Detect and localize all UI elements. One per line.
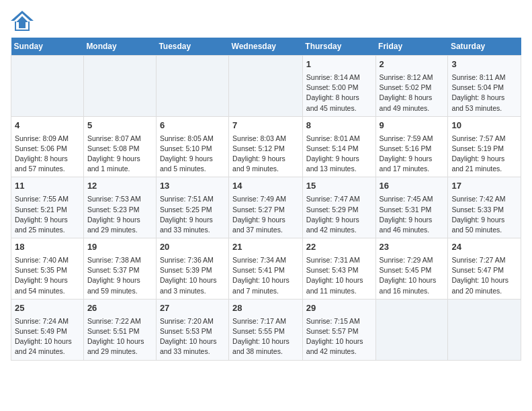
- day-number: 9: [380, 120, 445, 132]
- day-info: and 57 minutes.: [15, 164, 80, 174]
- weekday-header-wednesday: Wednesday: [229, 38, 303, 56]
- page-header: [11, 11, 521, 31]
- day-info: and 45 minutes.: [306, 103, 372, 113]
- day-info: and 5 minutes.: [160, 164, 225, 174]
- calendar-cell: 27Sunrise: 7:20 AMSunset: 5:53 PMDayligh…: [156, 299, 228, 360]
- day-info: Daylight: 9 hours: [87, 215, 152, 225]
- calendar-cell: 9Sunrise: 7:59 AMSunset: 5:16 PMDaylight…: [375, 116, 448, 177]
- day-info: and 29 minutes.: [87, 225, 152, 235]
- day-info: and 33 minutes.: [160, 225, 225, 235]
- day-number: 7: [232, 120, 299, 132]
- calendar-cell: 22Sunrise: 7:31 AMSunset: 5:43 PMDayligh…: [302, 238, 375, 300]
- day-info: and 21 minutes.: [451, 164, 517, 174]
- day-info: Sunset: 5:47 PM: [451, 265, 517, 275]
- day-number: 4: [15, 120, 80, 132]
- calendar-week-4: 18Sunrise: 7:40 AMSunset: 5:35 PMDayligh…: [11, 238, 521, 300]
- day-info: Sunset: 5:31 PM: [380, 205, 445, 215]
- day-info: Sunrise: 7:29 AM: [380, 255, 445, 265]
- calendar-cell: 4Sunrise: 8:09 AMSunset: 5:06 PMDaylight…: [11, 116, 84, 177]
- day-number: 11: [15, 180, 80, 193]
- day-info: and 16 minutes.: [380, 286, 445, 296]
- day-info: Sunset: 5:43 PM: [306, 265, 372, 275]
- day-info: and 42 minutes.: [306, 347, 372, 357]
- day-info: Sunrise: 7:51 AM: [160, 194, 225, 204]
- day-info: Sunset: 5:35 PM: [15, 265, 80, 275]
- day-number: 13: [160, 180, 225, 193]
- day-info: Sunset: 5:16 PM: [380, 144, 445, 154]
- logo-icon: [11, 11, 34, 31]
- day-info: Sunrise: 7:47 AM: [306, 194, 372, 204]
- day-info: Sunrise: 7:24 AM: [15, 316, 80, 326]
- day-info: Sunset: 5:14 PM: [306, 144, 372, 154]
- day-info: Sunrise: 7:27 AM: [451, 255, 517, 265]
- calendar-cell: [156, 56, 228, 117]
- calendar-cell: [83, 56, 156, 117]
- logo: [11, 11, 36, 31]
- calendar-cell: 6Sunrise: 8:05 AMSunset: 5:10 PMDaylight…: [156, 116, 228, 177]
- day-info: Sunrise: 7:42 AM: [451, 194, 517, 204]
- calendar-cell: 15Sunrise: 7:47 AMSunset: 5:29 PMDayligh…: [302, 177, 375, 238]
- day-info: Sunset: 5:53 PM: [160, 326, 225, 336]
- calendar-cell: [448, 299, 521, 360]
- day-info: Daylight: 10 hours: [306, 336, 372, 347]
- day-info: and 13 minutes.: [306, 164, 372, 174]
- day-info: Daylight: 9 hours: [380, 154, 445, 164]
- day-info: Sunset: 5:00 PM: [306, 83, 372, 93]
- day-info: Sunrise: 8:01 AM: [306, 134, 372, 144]
- weekday-header-sunday: Sunday: [11, 38, 84, 56]
- day-info: Daylight: 9 hours: [15, 275, 80, 285]
- day-info: Sunset: 5:08 PM: [87, 144, 152, 154]
- day-info: Daylight: 9 hours: [15, 215, 80, 225]
- day-info: Sunset: 5:51 PM: [87, 326, 152, 336]
- calendar-cell: 11Sunrise: 7:55 AMSunset: 5:21 PMDayligh…: [11, 177, 84, 238]
- day-info: Sunrise: 8:05 AM: [160, 134, 225, 144]
- day-info: Sunset: 5:12 PM: [232, 144, 299, 154]
- day-number: 1: [306, 58, 372, 71]
- day-info: Sunrise: 7:20 AM: [160, 316, 225, 326]
- day-number: 25: [15, 302, 80, 315]
- day-info: Daylight: 9 hours: [451, 154, 517, 164]
- day-number: 14: [232, 180, 299, 193]
- day-info: and 7 minutes.: [232, 286, 299, 296]
- calendar-cell: 12Sunrise: 7:53 AMSunset: 5:23 PMDayligh…: [83, 177, 156, 238]
- day-info: Daylight: 10 hours: [15, 336, 80, 347]
- day-info: Daylight: 9 hours: [306, 154, 372, 164]
- weekday-header-saturday: Saturday: [448, 38, 521, 56]
- day-info: and 24 minutes.: [15, 347, 80, 357]
- calendar-cell: 29Sunrise: 7:15 AMSunset: 5:57 PMDayligh…: [302, 299, 375, 360]
- calendar-week-5: 25Sunrise: 7:24 AMSunset: 5:49 PMDayligh…: [11, 299, 521, 360]
- day-info: and 42 minutes.: [306, 225, 372, 235]
- day-info: and 11 minutes.: [306, 286, 372, 296]
- day-info: Daylight: 10 hours: [87, 336, 152, 347]
- day-number: 21: [232, 241, 299, 254]
- day-info: Sunset: 5:57 PM: [306, 326, 372, 336]
- day-info: Sunrise: 7:15 AM: [306, 316, 372, 326]
- day-info: Sunrise: 7:22 AM: [87, 316, 152, 326]
- calendar-cell: 16Sunrise: 7:45 AMSunset: 5:31 PMDayligh…: [375, 177, 448, 238]
- day-info: Sunrise: 7:38 AM: [87, 255, 152, 265]
- day-info: and 17 minutes.: [380, 164, 445, 174]
- day-number: 6: [160, 120, 225, 132]
- weekday-header-row: SundayMondayTuesdayWednesdayThursdayFrid…: [11, 38, 521, 56]
- calendar-cell: 18Sunrise: 7:40 AMSunset: 5:35 PMDayligh…: [11, 238, 84, 300]
- day-info: Sunrise: 7:34 AM: [232, 255, 299, 265]
- calendar-cell: 8Sunrise: 8:01 AMSunset: 5:14 PMDaylight…: [302, 116, 375, 177]
- day-info: Daylight: 10 hours: [306, 275, 372, 285]
- day-info: Sunset: 5:41 PM: [232, 265, 299, 275]
- day-info: and 37 minutes.: [232, 225, 299, 235]
- day-info: Sunset: 5:21 PM: [15, 205, 80, 215]
- day-number: 15: [306, 180, 372, 193]
- day-info: Sunrise: 7:40 AM: [15, 255, 80, 265]
- day-info: Daylight: 8 hours: [306, 93, 372, 103]
- day-info: Sunset: 5:27 PM: [232, 205, 299, 215]
- day-info: and 3 minutes.: [160, 286, 225, 296]
- day-number: 17: [451, 180, 517, 193]
- calendar-week-3: 11Sunrise: 7:55 AMSunset: 5:21 PMDayligh…: [11, 177, 521, 238]
- day-info: and 53 minutes.: [451, 103, 517, 113]
- day-info: and 33 minutes.: [160, 347, 225, 357]
- day-info: and 46 minutes.: [380, 225, 445, 235]
- day-info: and 20 minutes.: [451, 286, 517, 296]
- day-info: and 54 minutes.: [15, 286, 80, 296]
- day-info: Sunset: 5:45 PM: [380, 265, 445, 275]
- day-info: Sunset: 5:04 PM: [451, 83, 517, 93]
